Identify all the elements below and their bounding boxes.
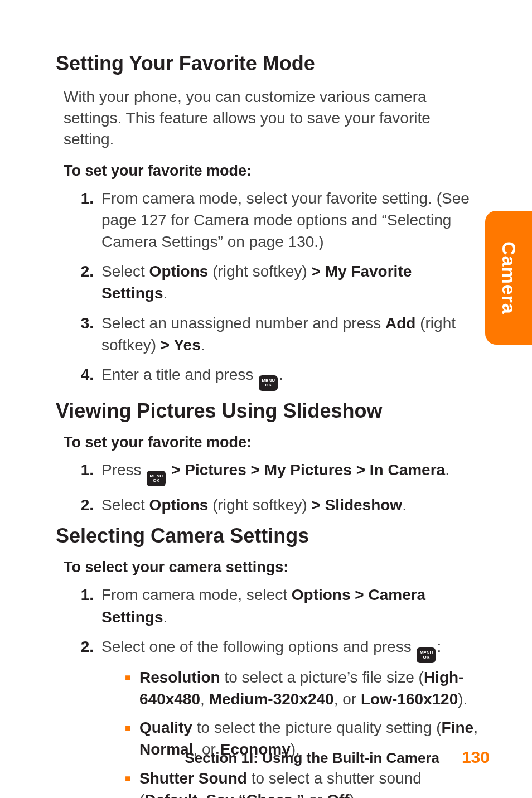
heading-setting-favorite-mode: Setting Your Favorite Mode: [56, 51, 499, 75]
list-item: 1. From camera mode, select Options > Ca…: [77, 584, 478, 627]
list-item: 2. Select one of the following options a…: [77, 636, 478, 798]
step-body: From camera mode, select your favorite s…: [101, 187, 478, 253]
sub-list: ■ Resolution to select a picture’s file …: [125, 666, 478, 798]
sub-list-item: ■ Resolution to select a picture’s file …: [125, 666, 478, 710]
step-body: Press MENUOK > Pictures > My Pictures > …: [101, 459, 478, 486]
list-item: 1. Press MENUOK > Pictures > My Pictures…: [77, 459, 478, 486]
step-body: Select an unassigned number and press Ad…: [101, 312, 478, 356]
list-item: 4. Enter a title and press MENUOK.: [77, 364, 478, 391]
sub-list-item: ■ Shutter Sound to select a shutter soun…: [125, 767, 478, 798]
heading-viewing-slideshow: Viewing Pictures Using Slideshow: [56, 399, 499, 423]
step-body: Enter a title and press MENUOK.: [101, 364, 478, 391]
bullet-icon: ■: [125, 717, 139, 760]
step-body: From camera mode, select Options > Camer…: [101, 584, 478, 627]
side-tab-label: Camera: [498, 241, 520, 315]
step-number: 4.: [77, 364, 101, 391]
list-item: 1. From camera mode, select your favorit…: [77, 187, 478, 253]
step-number: 1.: [77, 187, 101, 253]
side-tab-camera: Camera: [485, 211, 532, 345]
step-body: Select Options (right softkey) > Slidesh…: [101, 494, 478, 516]
step-number: 2.: [77, 260, 101, 304]
page-number: 130: [462, 748, 490, 767]
list-item: 2. Select Options (right softkey) > Slid…: [77, 494, 478, 516]
subhead: To set your favorite mode:: [64, 434, 499, 451]
steps-list: 1. Press MENUOK > Pictures > My Pictures…: [77, 459, 478, 516]
subhead: To select your camera settings:: [64, 559, 499, 576]
footer-section-label: Section 1I: Using the Built-in Camera: [185, 749, 439, 767]
step-number: 1.: [77, 584, 101, 627]
list-item: 2. Select Options (right softkey) > My F…: [77, 260, 478, 304]
list-item: 3. Select an unassigned number and press…: [77, 312, 478, 356]
steps-list: 1. From camera mode, select your favorit…: [77, 187, 478, 391]
step-body: Select Options (right softkey) > My Favo…: [101, 260, 478, 304]
menu-ok-key-icon: MENUOK: [259, 375, 278, 391]
subhead: To set your favorite mode:: [64, 162, 499, 180]
step-number: 1.: [77, 459, 101, 486]
step-number: 2.: [77, 636, 101, 798]
step-body: Select one of the following options and …: [101, 636, 478, 798]
bullet-icon: ■: [125, 666, 139, 710]
page: Camera Setting Your Favorite Mode With y…: [0, 0, 532, 798]
step-number: 3.: [77, 312, 101, 356]
bullet-icon: ■: [125, 767, 139, 798]
menu-ok-key-icon: MENUOK: [417, 647, 436, 663]
intro-text: With your phone, you can customize vario…: [64, 86, 454, 149]
menu-ok-key-icon: MENUOK: [147, 471, 166, 486]
step-number: 2.: [77, 494, 101, 516]
page-footer: Section 1I: Using the Built-in Camera 13…: [185, 748, 490, 767]
heading-selecting-camera-settings: Selecting Camera Settings: [56, 524, 499, 548]
